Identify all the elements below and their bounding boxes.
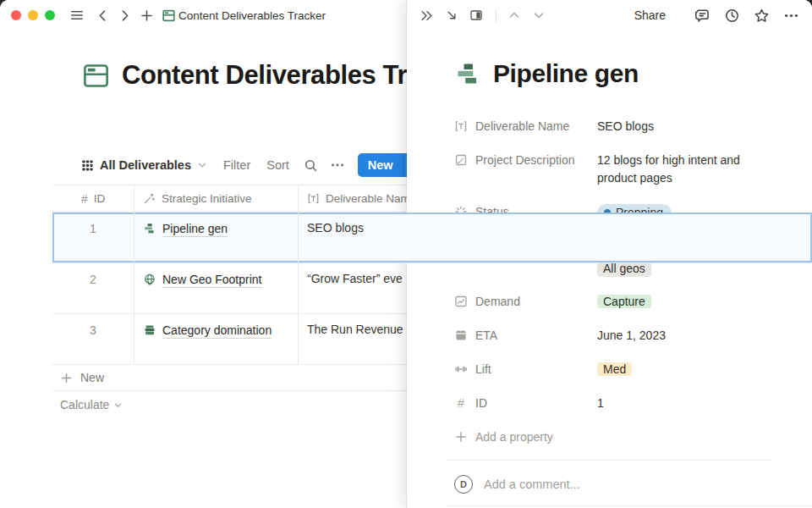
share-button[interactable]: Share — [634, 8, 666, 22]
cell-id[interactable]: 2 — [52, 263, 134, 313]
toolbar-divider — [496, 9, 497, 22]
nav-back-icon[interactable] — [96, 8, 110, 23]
side-peek-mode-icon[interactable] — [469, 8, 483, 22]
lift-tag[interactable]: Med — [597, 362, 632, 376]
sort-button[interactable]: Sort — [266, 158, 289, 172]
new-record-button[interactable]: New — [358, 153, 403, 177]
property-value[interactable]: June 1, 2023 — [597, 327, 788, 345]
property-lift[interactable]: Lift Med — [454, 355, 788, 384]
peek-page-title[interactable]: Pipeline gen — [493, 59, 639, 88]
minimize-window-button[interactable] — [28, 10, 38, 20]
window-controls — [11, 10, 55, 20]
hash-icon: # — [454, 395, 468, 411]
view-switcher[interactable]: All Deliverables — [81, 158, 207, 172]
plus-icon — [60, 372, 73, 384]
property-value[interactable]: SEO blogs — [597, 118, 788, 135]
filter-button[interactable]: Filter — [223, 158, 250, 172]
demand-tag[interactable]: Capture — [597, 295, 651, 308]
property-id[interactable]: # ID 1 — [454, 389, 788, 418]
previous-record-icon[interactable] — [508, 8, 521, 22]
globe-icon — [143, 273, 156, 286]
wand-icon — [143, 192, 156, 205]
avatar: D — [454, 475, 473, 494]
updates-history-icon[interactable] — [724, 8, 740, 24]
property-eta[interactable]: ETA June 1, 2023 — [454, 321, 788, 351]
hash-icon: # — [81, 192, 88, 206]
cell-initiative[interactable]: Pipeline gen — [134, 213, 299, 262]
column-header-id[interactable]: # ID — [52, 185, 134, 212]
next-record-icon[interactable] — [532, 8, 546, 22]
books-icon — [143, 323, 156, 337]
new-tab-icon[interactable] — [140, 8, 154, 23]
plus-icon — [454, 430, 468, 444]
page-table-icon — [81, 61, 111, 91]
property-demand[interactable]: Demand Capture — [454, 287, 788, 317]
property-project-description[interactable]: Project Description 12 blogs for high in… — [454, 146, 788, 193]
view-toolbar: All Deliverables Filter Sort New — [81, 152, 425, 178]
property-value[interactable]: 1 — [597, 395, 788, 412]
page-link[interactable]: Pipeline gen — [162, 221, 228, 237]
titlebar-doc-title[interactable]: Content Deliverables Tracker — [178, 9, 326, 22]
nav-forward-icon[interactable] — [118, 8, 132, 23]
more-options-icon[interactable] — [330, 157, 345, 173]
peek-toolbar: Share — [407, 0, 812, 30]
chevron-down-icon — [197, 160, 207, 170]
page-link[interactable]: Category domination — [162, 323, 272, 339]
cell-id[interactable]: 1 — [52, 213, 134, 262]
cell-deliverable[interactable]: SEO blogs — [299, 213, 812, 262]
page-link[interactable]: New Geo Footprint — [162, 272, 262, 288]
column-header-initiative[interactable]: Strategic Initiative — [134, 185, 299, 212]
bars-chart-icon[interactable] — [454, 60, 482, 88]
add-property-button[interactable]: Add a property — [454, 422, 788, 451]
close-peek-icon[interactable] — [420, 8, 434, 23]
text-icon — [454, 119, 468, 133]
bars-chart-icon — [143, 222, 156, 235]
favorite-star-icon[interactable] — [754, 8, 770, 24]
search-icon[interactable] — [304, 158, 318, 173]
doc-table-icon — [162, 8, 176, 23]
cell-initiative[interactable]: Category domination — [134, 314, 299, 364]
calculate-button[interactable]: Calculate — [52, 391, 123, 418]
property-deliverable-name[interactable]: Deliverable Name SEO blogs — [454, 112, 788, 141]
property-list: Deliverable Name SEO blogs Project Descr… — [454, 112, 788, 494]
view-name: All Deliverables — [100, 158, 191, 172]
peek-title-row: Pipeline gen — [454, 59, 639, 88]
page-options-icon[interactable] — [783, 8, 799, 24]
close-window-button[interactable] — [11, 10, 21, 20]
table-view-icon — [81, 159, 94, 172]
dumbbell-icon — [454, 362, 468, 376]
divider — [446, 505, 812, 506]
calendar-icon — [454, 329, 468, 342]
notion-window: Content Deliverables Tracker Content Del… — [0, 0, 812, 508]
text-icon — [307, 192, 320, 205]
expand-page-icon[interactable] — [445, 8, 458, 22]
chevron-down-icon — [113, 400, 123, 410]
sidebar-toggle-icon[interactable] — [69, 8, 85, 23]
cell-initiative[interactable]: New Geo Footprint — [134, 263, 299, 313]
property-value[interactable]: 12 blogs for high intent and product pag… — [597, 152, 758, 187]
zoom-window-button[interactable] — [45, 10, 55, 20]
cell-id[interactable]: 3 — [52, 314, 134, 364]
edit-pencil-icon — [454, 153, 468, 167]
divider — [446, 460, 771, 461]
trend-chart-icon — [454, 295, 468, 308]
comment-input[interactable]: Add a comment... — [484, 478, 580, 491]
comments-icon[interactable] — [694, 8, 710, 24]
table-row[interactable]: 1 Pipeline gen SEO blogs — [52, 213, 812, 263]
comment-composer[interactable]: D Add a comment... — [454, 475, 788, 494]
